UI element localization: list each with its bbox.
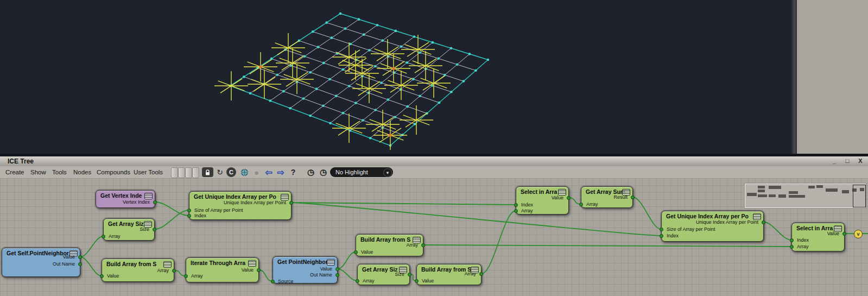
apple-disabled-icon[interactable]: ● (251, 167, 262, 178)
node-sel1[interactable]: Select in ArraValueIndexArray (516, 186, 569, 215)
3d-viewport[interactable] (0, 0, 791, 155)
slat-button[interactable] (185, 167, 192, 178)
output-port[interactable] (153, 228, 156, 231)
node-sel2[interactable]: Select in ArraValueIndexArray (791, 223, 845, 251)
lock-icon[interactable] (202, 167, 213, 177)
node-vert[interactable]: Get Vertex IndeVertex Index (96, 190, 155, 208)
input-port[interactable] (187, 214, 191, 218)
input-port[interactable] (660, 228, 663, 231)
node-iter[interactable]: Iterate Through ArraValueArray (186, 257, 259, 282)
menu-compounds[interactable]: Compounds (94, 166, 132, 178)
input-port[interactable] (271, 280, 275, 284)
menu-tools[interactable]: Tools (50, 166, 69, 178)
minimize-button[interactable]: _ (828, 158, 840, 165)
nav-back-icon[interactable]: ⇦ (263, 167, 275, 178)
output-port[interactable] (335, 267, 339, 271)
input-port[interactable] (514, 203, 518, 207)
output-port[interactable] (78, 262, 82, 266)
globe-icon[interactable] (239, 167, 250, 178)
minimap-node-block (789, 191, 798, 194)
node-title: Get Unique Index Array per Po (662, 211, 763, 219)
input-port[interactable] (790, 238, 794, 242)
node-menu-icon[interactable] (248, 260, 256, 267)
maximize-button[interactable]: □ (841, 158, 853, 165)
input-port-label: Array (586, 201, 598, 207)
input-port-label: Array (521, 208, 533, 213)
node-menu-icon[interactable] (327, 259, 335, 266)
input-port[interactable] (514, 209, 518, 213)
slat-button[interactable] (178, 167, 185, 178)
output-port-label: Unique Index Array per Point (224, 200, 286, 205)
ice-titlebar[interactable]: ICE Tree (0, 156, 868, 167)
output-port[interactable] (78, 255, 82, 259)
timer-icon[interactable]: ◷ (305, 167, 316, 178)
output-port-label: Array (157, 268, 169, 273)
slat-button[interactable] (192, 167, 199, 178)
output-port-label: Array (406, 242, 418, 248)
menu-create[interactable]: Create (3, 166, 27, 178)
input-port-label: Size of Array per Point (667, 226, 715, 232)
input-port[interactable] (660, 234, 663, 238)
node-uniq2[interactable]: Get Unique Index Array per PoUnique Inde… (661, 211, 764, 242)
node-barr1[interactable]: Build Array from SArrayValue (102, 259, 174, 282)
node-menu-icon[interactable] (163, 261, 172, 268)
minimap-node-block (758, 190, 765, 192)
input-port[interactable] (790, 245, 794, 249)
minimap-node-block (778, 194, 786, 198)
minimap-view-rect[interactable] (853, 185, 866, 207)
graph-minimap[interactable] (745, 184, 866, 208)
output-port[interactable] (479, 272, 483, 276)
node-siz2[interactable]: Get Array SizSizeArray (357, 264, 410, 285)
node-selfpn[interactable]: Get Self.PointNeighborValueOut Name (2, 248, 80, 277)
input-port[interactable] (415, 279, 419, 283)
output-port-label: Size (395, 272, 404, 277)
output-port[interactable] (172, 269, 176, 273)
output-port-label: Value (320, 266, 332, 272)
output-port[interactable] (289, 201, 293, 205)
node-sum[interactable]: Get Array SumResultArray (581, 186, 633, 208)
slat-button[interactable] (171, 167, 178, 178)
input-port[interactable] (579, 203, 583, 206)
output-port[interactable] (567, 196, 571, 200)
input-port[interactable] (356, 279, 359, 283)
input-port-label: Array (109, 234, 121, 239)
help-icon[interactable]: ? (288, 167, 299, 178)
highlight-dropdown-value: No Highlight (335, 169, 368, 175)
output-port[interactable] (335, 273, 339, 277)
node-menu-icon[interactable] (144, 193, 153, 199)
value-probe-marker[interactable]: v (854, 230, 863, 238)
input-port[interactable] (102, 235, 105, 238)
input-port[interactable] (187, 209, 191, 212)
output-port[interactable] (408, 273, 411, 276)
node-gpn[interactable]: Get PointNeighborValueOut NameSource (273, 256, 338, 284)
node-siz1[interactable]: Get Array SizSizeArray (103, 218, 155, 241)
output-port[interactable] (631, 196, 635, 199)
chevron-down-icon[interactable]: ▼ (383, 168, 392, 177)
input-port-label: Value (107, 273, 119, 279)
minimap-node-block (842, 190, 849, 193)
output-port-label: Vertex Index (123, 199, 150, 205)
menu-nodes[interactable]: Nodes (71, 166, 93, 178)
highlight-dropdown[interactable]: No Highlight ▼ (330, 167, 393, 177)
menu-show[interactable]: Show (28, 166, 48, 178)
input-port[interactable] (184, 274, 188, 278)
output-port[interactable] (153, 200, 157, 204)
node-barr3[interactable]: Build Array from SArrayValue (416, 264, 481, 285)
output-port[interactable] (842, 232, 846, 236)
output-port[interactable] (762, 221, 765, 224)
close-button[interactable]: X (854, 158, 866, 165)
timer-eval-icon[interactable]: ◷ (318, 167, 329, 178)
menu-user-tools[interactable]: User Tools (131, 166, 165, 178)
window-title: ICE Tree (8, 158, 34, 165)
output-port-label: Out Name (53, 261, 75, 267)
output-port[interactable] (421, 243, 425, 247)
refresh-icon[interactable]: ↻ (214, 167, 226, 178)
node-barr2[interactable]: Build Array from SArrayValue (356, 234, 423, 256)
c-badge-icon[interactable]: C (226, 167, 236, 177)
input-port[interactable] (100, 274, 104, 278)
input-port[interactable] (354, 250, 358, 254)
nav-forward-icon[interactable]: ⇨ (275, 167, 287, 178)
output-port[interactable] (257, 268, 261, 272)
minimap-node-block (808, 186, 815, 188)
node-uniq1[interactable]: Get Unique Index Array per PoUnique Inde… (189, 191, 292, 220)
